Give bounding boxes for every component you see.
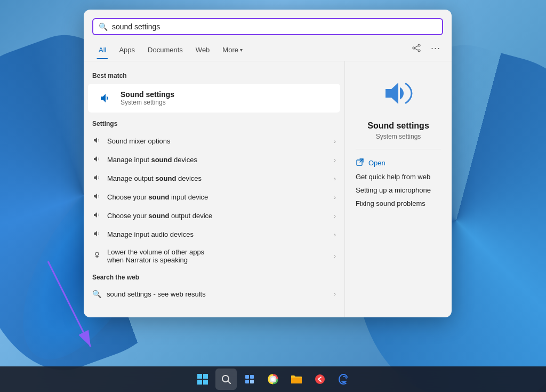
search-bar[interactable]: 🔍 [92,18,443,35]
tab-web[interactable]: Web [189,43,216,59]
svg-rect-8 [97,256,98,258]
content-area: Best match Sound settings System setting… [84,61,452,317]
tab-apps[interactable]: Apps [113,43,141,59]
ellipsis-icon: ··· [431,43,440,54]
best-match-subtitle: System settings [121,99,174,106]
settings-item-6[interactable]: Lower the volume of other appswhen Narra… [84,244,344,268]
svg-rect-20 [250,380,254,383]
chevron-icon-1: › [334,157,336,163]
best-match-item[interactable]: Sound settings System settings [88,84,340,113]
settings-item-text-5: Manage input audio devices [107,230,328,238]
web-section-label: Search the web [84,271,344,285]
web-section: Search the web 🔍 sound settings - see we… [84,271,344,302]
sound-icon-1 [92,155,102,165]
tab-all[interactable]: All [92,43,113,59]
settings-section: Settings Sound mixer options › Manage in… [84,118,344,268]
settings-item-1[interactable]: Manage input sound devices › [84,150,344,169]
sound-icon-3 [92,192,102,202]
settings-item-text-2: Manage output sound devices [107,174,328,182]
external-link-icon [356,158,364,168]
sound-icon-0 [92,136,102,146]
chevron-icon-2: › [334,175,336,182]
svg-rect-19 [245,380,249,383]
sound-icon-5 [92,229,102,239]
right-panel-speaker-icon [377,72,420,115]
web-item-0[interactable]: 🔍 sound settings - see web results › [84,285,344,302]
best-match-text: Sound settings System settings [121,90,174,106]
search-popup: 🔍 All Apps Documents Web More ▾ [84,10,452,317]
svg-line-16 [228,381,231,384]
taskbar-red-app-button[interactable] [309,369,331,390]
left-panel: Best match Sound settings System setting… [84,61,345,317]
settings-item-3[interactable]: Choose your sound input device › [84,188,344,206]
svg-line-6 [415,49,418,50]
settings-item-2[interactable]: Manage output sound devices › [84,169,344,188]
search-bar-icon: 🔍 [99,22,108,31]
svg-rect-14 [203,380,208,385]
settings-item-text-3: Choose your sound input device [107,193,328,201]
svg-point-24 [315,374,325,384]
share-icon-btn[interactable] [409,41,424,55]
svg-point-4 [418,50,420,52]
svg-point-23 [271,378,275,381]
best-match-title: Sound settings [121,90,174,99]
settings-item-text-6: Lower the volume of other appswhen Narra… [107,248,328,264]
svg-rect-13 [197,380,202,385]
taskbar-files-button[interactable] [286,369,307,390]
sound-icon-2 [92,173,102,183]
taskbar [0,366,546,392]
taskbar-widgets-button[interactable] [239,369,260,390]
tabs-row: All Apps Documents Web More ▾ [84,35,452,61]
web-chevron-icon: › [334,291,336,297]
svg-point-3 [413,47,415,49]
chevron-down-icon: ▾ [240,47,243,53]
search-input[interactable] [112,22,437,31]
open-action[interactable]: Open [356,156,441,170]
right-panel-title: Sound settings [367,121,429,131]
right-panel-divider [356,149,441,149]
sound-settings-icon [97,90,114,107]
chevron-icon-4: › [334,213,336,219]
svg-rect-12 [203,374,208,379]
best-match-label: Best match [84,70,344,84]
tab-more[interactable]: More ▾ [216,43,249,59]
svg-line-5 [415,46,418,47]
svg-line-10 [360,159,363,162]
svg-rect-18 [250,375,254,379]
chevron-icon-3: › [334,194,336,201]
share-icon [412,44,421,52]
sound-icon-4 [92,211,102,221]
taskbar-chrome-button[interactable] [262,369,284,390]
taskbar-edge-button[interactable] [333,369,354,390]
tab-documents[interactable]: Documents [141,43,189,59]
settings-item-5[interactable]: Manage input audio devices › [84,225,344,244]
svg-point-2 [418,44,420,46]
web-item-text: sound settings - see web results [107,290,328,298]
settings-item-text-1: Manage input sound devices [107,156,328,164]
search-web-icon: 🔍 [92,290,101,298]
settings-item-0[interactable]: Sound mixer options › [84,132,344,150]
settings-item-text-4: Choose your sound output device [107,212,328,220]
more-options-btn[interactable]: ··· [428,41,443,55]
chevron-icon-0: › [334,138,336,145]
right-panel-subtitle: System settings [376,133,421,140]
chevron-icon-6: › [334,253,336,259]
right-link-1[interactable]: Setting up a microphone [356,183,441,197]
right-link-0[interactable]: Get quick help from web [356,170,441,183]
settings-item-4[interactable]: Choose your sound output device › [84,206,344,225]
right-link-2[interactable]: Fixing sound problems [356,197,441,210]
right-panel: Sound settings System settings Open Get … [345,61,452,317]
svg-point-7 [95,252,99,255]
tabs-right-icons: ··· [409,41,443,61]
svg-rect-11 [197,374,202,379]
taskbar-start-button[interactable] [192,369,213,390]
chevron-icon-5: › [334,231,336,238]
settings-item-text-0: Sound mixer options [107,137,328,145]
svg-rect-17 [245,375,249,379]
taskbar-search-button[interactable] [215,369,237,390]
sound-icon-6 [92,251,102,261]
open-label: Open [368,159,386,167]
settings-section-label: Settings [84,118,344,132]
